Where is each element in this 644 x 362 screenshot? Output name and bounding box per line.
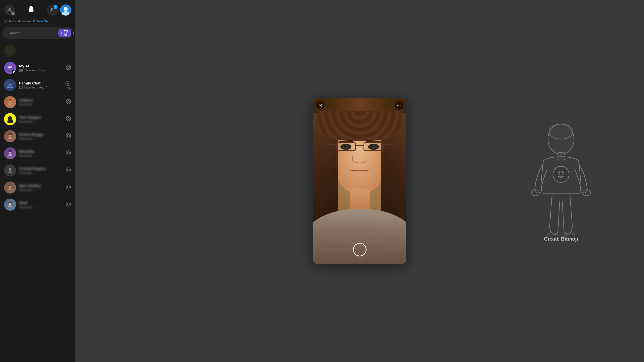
- my-ai-info: My AI Received · 16m: [19, 64, 63, 72]
- friend-request-badge: 8: [54, 5, 58, 9]
- snap-camera-icon[interactable]: [66, 65, 71, 71]
- turn-on-button[interactable]: Turn On: [36, 20, 48, 23]
- svg-point-50: [66, 202, 71, 206]
- photo-close-button[interactable]: ✕: [316, 101, 325, 110]
- svg-point-62: [562, 172, 564, 173]
- photo-more-button[interactable]: •••: [395, 101, 403, 110]
- notification-icon: [4, 20, 8, 23]
- reply-button[interactable]: Reply: [65, 81, 71, 89]
- profile-button[interactable]: [4, 5, 15, 16]
- chat-status-7: Received · ···: [19, 171, 63, 175]
- my-ai-badge[interactable]: My AI: [58, 29, 71, 37]
- svg-point-30: [67, 118, 69, 120]
- svg-point-61: [558, 172, 560, 173]
- avatar-4: [4, 113, 16, 125]
- chat-item-6[interactable]: Michelle Received · ···: [0, 145, 75, 162]
- svg-point-27: [66, 99, 71, 104]
- chat-info-3: Colleen Received · ···: [19, 98, 63, 106]
- family-avatar: [4, 79, 16, 91]
- svg-point-51: [67, 203, 69, 205]
- chat-name-3: Colleen: [19, 98, 63, 102]
- chat-item-9[interactable]: Reid Received · ···: [0, 196, 75, 213]
- chat-name-5: Renee Briggs: [19, 132, 63, 137]
- svg-point-45: [9, 185, 12, 186]
- chat-item-8[interactable]: Mari Hartley Received · ···: [0, 179, 75, 196]
- svg-point-53: [549, 124, 573, 139]
- camera-icon-9[interactable]: [66, 201, 71, 208]
- camera-icon-7[interactable]: [66, 167, 71, 174]
- chat-status-3: Received · ···: [19, 103, 63, 106]
- svg-point-40: [67, 152, 69, 154]
- svg-point-46: [66, 185, 71, 189]
- chat-info-8: Mari Hartley Received · ···: [19, 184, 63, 192]
- avatar-6: [4, 147, 16, 159]
- svg-point-28: [67, 101, 69, 103]
- camera-icon-5[interactable]: [66, 133, 71, 140]
- chat-item-3[interactable]: Colleen Received · ···: [0, 94, 75, 111]
- search-bar[interactable]: My AI ›: [3, 27, 72, 39]
- avatar-3: [4, 96, 16, 108]
- svg-point-11: [61, 32, 61, 33]
- svg-point-0: [9, 8, 11, 10]
- chat-info-7: Crystal Rogers Received · ···: [19, 166, 63, 175]
- svg-point-41: [9, 168, 11, 171]
- avatar-7: [4, 164, 16, 176]
- story-item[interactable]: [0, 42, 75, 59]
- user-avatar[interactable]: [60, 5, 71, 16]
- photo-viewer: ✕ •••: [313, 98, 406, 264]
- family-chat-name: Family Chat: [19, 81, 62, 85]
- svg-rect-17: [19, 69, 22, 72]
- camera-icon-4[interactable]: [66, 116, 71, 123]
- svg-point-47: [67, 186, 69, 188]
- chat-name-7: Crystal Rogers: [19, 166, 63, 171]
- chat-name-8: Mari Hartley: [19, 184, 63, 188]
- avatar-9: [4, 199, 16, 211]
- svg-point-34: [67, 135, 69, 137]
- search-input[interactable]: [9, 31, 56, 35]
- chat-status-8: Received · ···: [19, 188, 63, 192]
- svg-point-12: [62, 32, 62, 33]
- chat-status-9: Received · ···: [19, 205, 63, 209]
- chat-info-6: Michelle Received · ···: [19, 149, 63, 158]
- chat-name-6: Michelle: [19, 149, 63, 154]
- svg-point-15: [10, 66, 12, 68]
- svg-point-10: [61, 32, 63, 34]
- sidebar: 8 Notifications are off Turn On: [0, 0, 75, 362]
- svg-point-56: [583, 190, 591, 196]
- chat-info-9: Reid Received · ···: [19, 201, 63, 209]
- search-chevron-button[interactable]: ›: [73, 30, 74, 36]
- svg-point-55: [531, 190, 539, 196]
- received-icon: [19, 69, 23, 72]
- chat-name-4: Tom Hopper: [19, 115, 63, 119]
- my-ai-status: Received · 16m: [19, 69, 63, 72]
- chat-item-my-ai[interactable]: My AI Received · 16m: [0, 59, 75, 76]
- face-photo: [313, 98, 406, 264]
- my-ai-name: My AI: [19, 64, 63, 68]
- camera-icon-8[interactable]: [66, 184, 71, 191]
- chat-name-9: Reid: [19, 201, 63, 205]
- avatar-8: [4, 182, 16, 194]
- camera-icon-6[interactable]: [66, 150, 71, 157]
- svg-point-16: [13, 71, 15, 73]
- camera-icon-3[interactable]: [66, 99, 71, 106]
- add-friend-button[interactable]: 8: [47, 5, 58, 16]
- chat-item-4[interactable]: Tom Hopper Received · ···: [0, 111, 75, 128]
- bitmoji-silhouette: [528, 120, 594, 251]
- chat-item-7[interactable]: Crystal Rogers Received · ···: [0, 162, 75, 179]
- svg-point-5: [64, 7, 68, 11]
- chat-item-5[interactable]: Renee Briggs Received · ···: [0, 128, 75, 145]
- photo-capture-button[interactable]: [353, 243, 367, 256]
- svg-point-18: [66, 65, 71, 70]
- chat-item-family[interactable]: Family Chat Received · Aug 7 Reply: [0, 76, 75, 94]
- chat-info-5: Renee Briggs Received · ···: [19, 132, 63, 141]
- main-content: ✕ •••: [75, 0, 644, 362]
- svg-rect-22: [19, 86, 22, 89]
- notifications-off-text: Notifications are off: [9, 20, 35, 23]
- notifications-bar: Notifications are off Turn On: [0, 18, 75, 25]
- chat-list: My AI Received · 16m: [0, 41, 75, 362]
- ai-badge-label: My AI: [64, 29, 69, 36]
- svg-point-38: [11, 151, 12, 152]
- svg-point-32: [8, 133, 12, 135]
- svg-point-49: [9, 202, 12, 203]
- svg-point-24: [67, 82, 69, 84]
